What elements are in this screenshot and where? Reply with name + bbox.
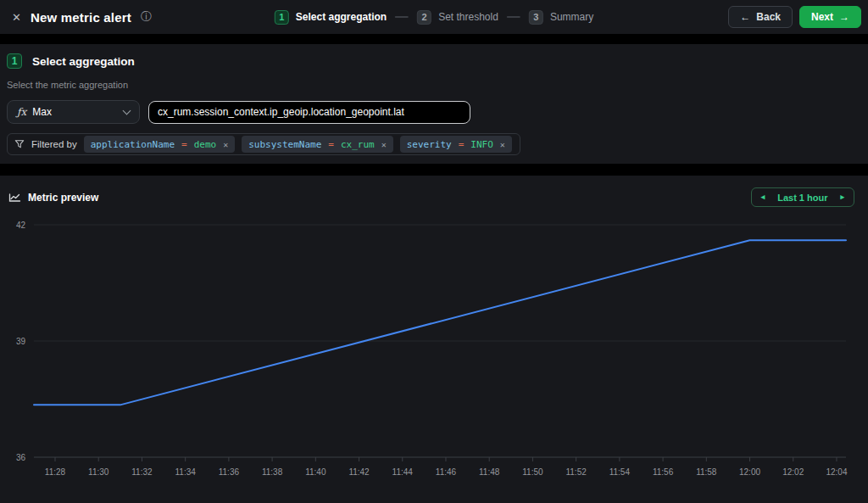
svg-text:11:52: 11:52 <box>565 467 587 477</box>
step-3-label: Summary <box>550 11 593 23</box>
back-button[interactable]: ← Back <box>728 6 793 28</box>
filters-bar: Filtered by applicationName = demo ✕ sub… <box>7 133 520 155</box>
line-chart-icon <box>8 192 21 203</box>
aggregation-function-value: Max <box>32 106 52 118</box>
svg-text:11:46: 11:46 <box>436 467 457 477</box>
step-1-badge: 1 <box>275 10 289 25</box>
filter-chip-severity[interactable]: severity = INFO ✕ <box>400 136 512 153</box>
filter-icon <box>14 139 25 149</box>
svg-text:42: 42 <box>16 221 26 230</box>
chip-remove-icon[interactable]: ✕ <box>381 140 387 149</box>
svg-text:11:50: 11:50 <box>522 467 543 477</box>
wizard-stepper: 1 Select aggregation 2 Set threshold 3 S… <box>275 0 593 34</box>
svg-text:11:44: 11:44 <box>392 467 414 477</box>
svg-text:12:00: 12:00 <box>739 467 760 477</box>
close-icon[interactable]: ✕ <box>12 11 21 24</box>
filter-chip-subsystemName[interactable]: subsystemName = cx_rum ✕ <box>242 136 393 153</box>
svg-text:11:34: 11:34 <box>175 467 197 477</box>
next-button[interactable]: Next → <box>799 6 861 28</box>
chevron-down-icon <box>123 106 131 115</box>
step-1-label: Select aggregation <box>296 11 387 23</box>
svg-text:11:28: 11:28 <box>45 467 66 477</box>
caret-left-icon[interactable]: ◂ <box>761 193 765 201</box>
step-2-badge: 2 <box>417 10 431 25</box>
step-separator <box>507 16 520 18</box>
function-icon: ƒx <box>17 106 26 118</box>
preview-heading: Metric preview <box>28 192 98 204</box>
step-set-threshold[interactable]: 2 Set threshold <box>417 10 498 25</box>
arrow-right-icon: → <box>839 11 849 23</box>
filter-chip-applicationName[interactable]: applicationName = demo ✕ <box>84 136 236 153</box>
metric-preview-panel: Metric preview ◂ Last 1 hour ▸ 36394211:… <box>0 176 868 503</box>
svg-text:11:32: 11:32 <box>131 467 153 477</box>
chip-value: INFO <box>470 139 493 150</box>
section-heading: Select aggregation <box>32 55 135 68</box>
info-icon[interactable]: ⓘ <box>141 9 152 25</box>
time-range-selector[interactable]: ◂ Last 1 hour ▸ <box>751 187 854 207</box>
section-subheading: Select the metric aggregation <box>7 80 861 90</box>
svg-text:11:54: 11:54 <box>609 467 631 477</box>
step-2-label: Set threshold <box>438 11 498 23</box>
caret-right-icon[interactable]: ▸ <box>840 193 844 201</box>
svg-text:11:40: 11:40 <box>305 467 326 477</box>
svg-text:12:02: 12:02 <box>782 467 804 477</box>
page-title: New metric alert <box>31 10 131 25</box>
svg-text:11:36: 11:36 <box>219 467 240 477</box>
filters-label: Filtered by <box>31 139 77 149</box>
step-separator <box>395 16 409 18</box>
step-summary[interactable]: 3 Summary <box>529 10 593 25</box>
chip-operator: = <box>328 139 334 150</box>
svg-text:11:56: 11:56 <box>653 467 674 477</box>
step-3-badge: 3 <box>529 10 543 25</box>
chip-value: demo <box>194 139 217 150</box>
chip-remove-icon[interactable]: ✕ <box>500 140 505 149</box>
svg-text:39: 39 <box>16 337 26 346</box>
chip-operator: = <box>181 139 187 150</box>
time-range-value: Last 1 hour <box>777 193 827 203</box>
svg-text:11:38: 11:38 <box>262 467 283 477</box>
chip-remove-icon[interactable]: ✕ <box>223 140 228 149</box>
aggregation-function-select[interactable]: ƒx Max <box>7 100 140 124</box>
svg-text:36: 36 <box>16 453 26 462</box>
select-aggregation-panel: 1 Select aggregation Select the metric a… <box>0 44 868 164</box>
chip-key: severity <box>407 139 452 150</box>
svg-text:12:04: 12:04 <box>826 467 847 477</box>
section-step-badge: 1 <box>7 53 22 69</box>
svg-text:11:48: 11:48 <box>479 467 500 477</box>
svg-text:11:30: 11:30 <box>88 467 109 477</box>
metric-chart: 36394211:2811:3011:3211:3411:3611:3811:4… <box>0 210 868 503</box>
step-select-aggregation[interactable]: 1 Select aggregation <box>275 10 387 25</box>
svg-text:11:42: 11:42 <box>348 467 370 477</box>
chip-operator: = <box>459 139 465 150</box>
topbar: ✕ New metric alert ⓘ 1 Select aggregatio… <box>0 0 868 34</box>
metric-name-input[interactable] <box>148 101 470 124</box>
arrow-left-icon: ← <box>740 11 750 23</box>
chip-key: applicationName <box>91 139 175 150</box>
svg-text:11:58: 11:58 <box>696 467 717 477</box>
chip-value: cx_rum <box>341 139 375 150</box>
chip-key: subsystemName <box>248 139 321 150</box>
